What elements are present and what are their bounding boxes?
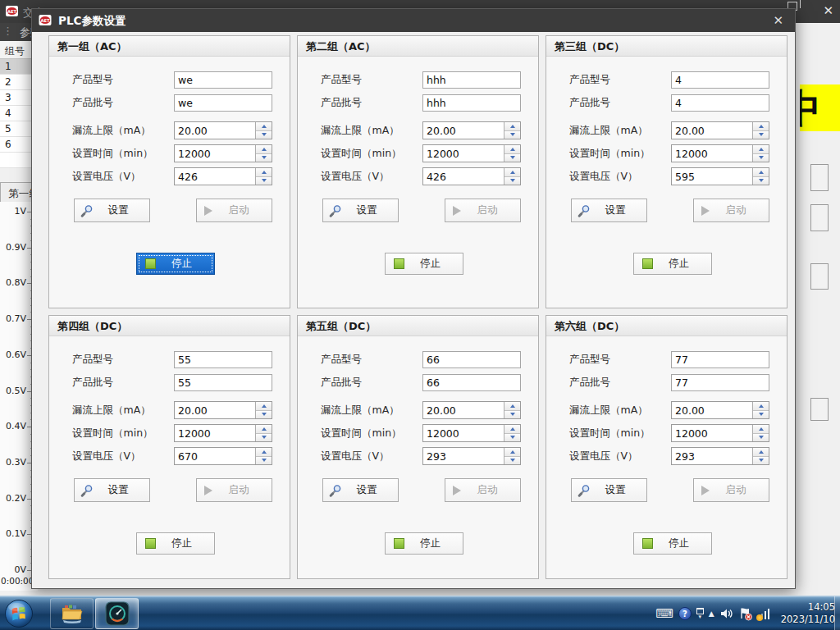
spin-down-icon[interactable] <box>256 154 272 162</box>
spin-up-icon[interactable] <box>504 402 520 411</box>
spin-down-icon[interactable] <box>256 434 272 442</box>
taskbar-explorer-button[interactable] <box>50 598 94 629</box>
stop-button[interactable]: 停止 <box>385 532 463 555</box>
spin-up-icon[interactable] <box>256 425 272 434</box>
start-button[interactable]: 启动 <box>196 199 272 222</box>
product-batch-input[interactable] <box>174 374 272 391</box>
partial-button[interactable] <box>810 164 829 191</box>
keyboard-icon[interactable]: ⌨ <box>655 606 673 621</box>
set-voltage-input[interactable] <box>175 448 255 464</box>
spin-down-icon[interactable] <box>504 457 520 465</box>
set-voltage-input[interactable] <box>423 448 504 464</box>
leak-limit-input[interactable] <box>175 122 255 139</box>
stop-button[interactable]: 停止 <box>136 253 215 275</box>
show-desktop-button[interactable] <box>834 596 840 630</box>
spin-down-icon[interactable] <box>504 131 520 139</box>
spin-up-icon[interactable] <box>256 145 272 154</box>
spin-up-icon[interactable] <box>753 168 769 177</box>
product-batch-input[interactable] <box>671 374 769 391</box>
spin-up-icon[interactable] <box>256 168 272 177</box>
set-time-input[interactable] <box>423 145 504 162</box>
set-time-input[interactable] <box>423 425 504 441</box>
action-center-flag-icon[interactable] <box>738 607 753 621</box>
set-button[interactable]: 设置 <box>571 199 647 222</box>
set-time-input[interactable] <box>672 425 752 441</box>
speaker-icon[interactable] <box>719 607 733 620</box>
start-button[interactable]: 启动 <box>445 199 521 222</box>
spin-down-icon[interactable] <box>753 457 769 465</box>
product-model-input[interactable] <box>422 71 521 89</box>
spin-up-icon[interactable] <box>256 122 272 131</box>
spin-up-icon[interactable] <box>753 402 769 411</box>
set-time-input[interactable] <box>175 145 255 162</box>
spin-down-icon[interactable] <box>256 131 272 139</box>
spin-down-icon[interactable] <box>256 177 272 185</box>
taskbar-clock[interactable]: 14:05 2023/11/10 <box>781 601 835 626</box>
leak-limit-input[interactable] <box>423 122 504 139</box>
set-voltage-input[interactable] <box>672 448 752 464</box>
product-model-input[interactable] <box>671 351 769 368</box>
set-time-input[interactable] <box>672 145 752 162</box>
spin-down-icon[interactable] <box>504 154 520 162</box>
set-button[interactable]: 设置 <box>322 478 399 502</box>
start-button[interactable]: 启动 <box>693 199 769 222</box>
partial-button[interactable] <box>810 398 829 421</box>
spin-down-icon[interactable] <box>753 411 769 419</box>
product-model-input[interactable] <box>671 71 769 89</box>
product-batch-input[interactable] <box>174 94 272 112</box>
spin-down-icon[interactable] <box>256 411 272 419</box>
spin-down-icon[interactable] <box>753 434 769 442</box>
set-button[interactable]: 设置 <box>571 478 647 502</box>
main-close-button[interactable]: ✕ <box>823 3 833 18</box>
spin-up-icon[interactable] <box>256 402 272 411</box>
dialog-titlebar[interactable]: AET PLC参数设置 ✕ <box>32 9 795 32</box>
spin-down-icon[interactable] <box>753 154 769 162</box>
product-batch-input[interactable] <box>671 94 769 112</box>
start-button[interactable]: 启动 <box>445 478 521 502</box>
spin-up-icon[interactable] <box>504 448 520 457</box>
dialog-close-button[interactable]: ✕ <box>773 13 783 28</box>
spin-down-icon[interactable] <box>753 177 769 185</box>
spin-up-icon[interactable] <box>504 122 520 131</box>
stop-button[interactable]: 停止 <box>633 532 712 555</box>
product-model-input[interactable] <box>174 351 272 368</box>
spin-down-icon[interactable] <box>256 457 272 465</box>
stop-button[interactable]: 停止 <box>633 253 712 275</box>
start-button-orb[interactable] <box>4 599 34 628</box>
spin-up-icon[interactable] <box>504 145 520 154</box>
spin-down-icon[interactable] <box>753 131 769 139</box>
product-batch-input[interactable] <box>422 94 521 112</box>
set-voltage-input[interactable] <box>175 168 255 185</box>
partial-button[interactable] <box>810 204 829 231</box>
stop-button[interactable]: 停止 <box>136 532 215 555</box>
leak-limit-input[interactable] <box>175 402 255 418</box>
spin-up-icon[interactable] <box>256 448 272 457</box>
set-time-input[interactable] <box>175 425 255 441</box>
product-model-input[interactable] <box>422 351 521 368</box>
taskbar-app-button-active[interactable] <box>95 598 139 629</box>
spin-down-icon[interactable] <box>504 177 520 185</box>
set-button[interactable]: 设置 <box>74 199 150 222</box>
help-icon[interactable]: ? <box>678 607 692 620</box>
spin-up-icon[interactable] <box>753 425 769 434</box>
spin-up-icon[interactable] <box>753 122 769 131</box>
restore-windows-icon[interactable]: ▾ <box>696 608 704 619</box>
show-hidden-icons-arrow[interactable]: ▲ <box>709 609 714 618</box>
spin-up-icon[interactable] <box>504 168 520 177</box>
set-voltage-input[interactable] <box>423 168 504 185</box>
product-batch-input[interactable] <box>422 374 521 391</box>
leak-limit-input[interactable] <box>672 122 752 139</box>
spin-down-icon[interactable] <box>504 434 520 442</box>
start-button[interactable]: 启动 <box>196 478 272 502</box>
set-button[interactable]: 设置 <box>74 478 150 502</box>
product-model-input[interactable] <box>174 71 272 89</box>
leak-limit-input[interactable] <box>672 402 752 418</box>
partial-button[interactable] <box>810 263 829 290</box>
start-button[interactable]: 启动 <box>693 478 769 502</box>
spin-down-icon[interactable] <box>504 411 520 419</box>
set-voltage-input[interactable] <box>672 168 752 185</box>
spin-up-icon[interactable] <box>753 145 769 154</box>
spin-up-icon[interactable] <box>753 448 769 457</box>
set-button[interactable]: 设置 <box>322 199 399 222</box>
spin-up-icon[interactable] <box>504 425 520 434</box>
